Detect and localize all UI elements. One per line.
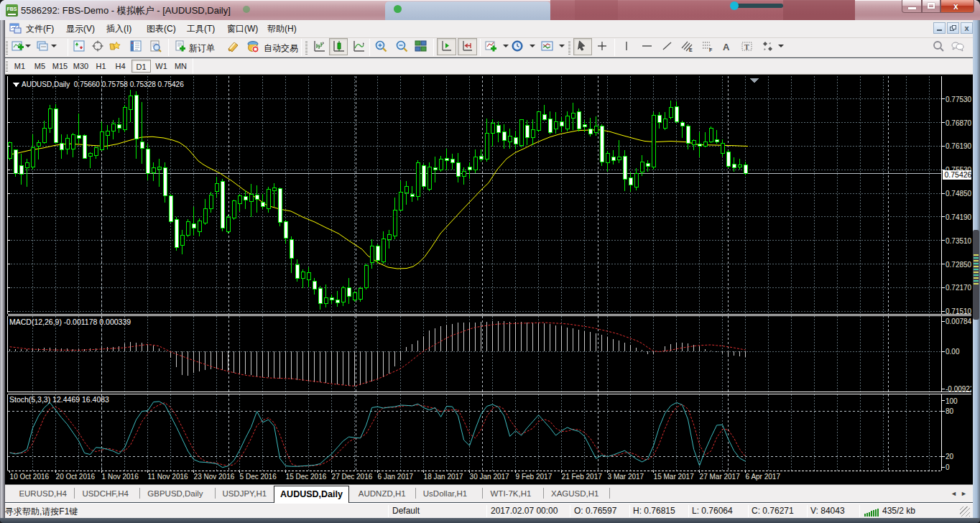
svg-text:0.73510: 0.73510 — [946, 237, 971, 245]
svg-text:10 Oct 2016: 10 Oct 2016 — [10, 473, 50, 481]
svg-text:0.72850: 0.72850 — [946, 261, 971, 269]
svg-text:100: 100 — [946, 397, 958, 405]
svg-text:0.76870: 0.76870 — [946, 119, 971, 127]
svg-text:0.00: 0.00 — [946, 348, 960, 356]
svg-text:F: F — [709, 47, 713, 52]
svg-text:0.72170: 0.72170 — [946, 284, 971, 292]
svg-text:MACD(12,26,9) -0.001178 0.0003: MACD(12,26,9) -0.001178 0.000339 — [9, 318, 131, 326]
svg-text:15 Mar 2017: 15 Mar 2017 — [654, 473, 695, 481]
svg-text:0.007845: 0.007845 — [946, 318, 971, 325]
svg-text:0.74190: 0.74190 — [946, 213, 971, 221]
svg-text:1 Nov 2016: 1 Nov 2016 — [102, 473, 139, 481]
svg-text:6 Apr 2017: 6 Apr 2017 — [746, 473, 781, 481]
svg-text:0.71510: 0.71510 — [946, 307, 971, 315]
svg-text:0.77530: 0.77530 — [946, 96, 971, 103]
svg-text:AUDUSD,Daily 0.75660 0.75758: AUDUSD,Daily 0.75660 0.75758 0.75328 0.7… — [22, 80, 184, 88]
svg-text:27 Dec 2016: 27 Dec 2016 — [332, 473, 373, 481]
svg-text:23 Nov 2016: 23 Nov 2016 — [194, 473, 235, 481]
svg-text:27 Mar 2017: 27 Mar 2017 — [700, 473, 741, 481]
svg-text:0.76190: 0.76190 — [946, 142, 971, 150]
svg-text:3 Mar 2017: 3 Mar 2017 — [608, 473, 644, 481]
svg-text:20 Oct 2016: 20 Oct 2016 — [56, 473, 96, 481]
svg-text:30 Jan 2017: 30 Jan 2017 — [470, 473, 509, 481]
svg-text:6 Jan 2017: 6 Jan 2017 — [378, 473, 414, 481]
svg-text:5 Dec 2016: 5 Dec 2016 — [240, 473, 277, 481]
svg-text:18 Jan 2017: 18 Jan 2017 — [424, 473, 463, 481]
svg-text:15 Dec 2016: 15 Dec 2016 — [286, 473, 327, 481]
svg-text:11 Nov 2016: 11 Nov 2016 — [148, 473, 188, 481]
svg-text:21 Feb 2017: 21 Feb 2017 — [562, 473, 603, 481]
svg-text:-0.00922: -0.00922 — [946, 385, 971, 393]
svg-text:E: E — [689, 47, 693, 52]
svg-text:0: 0 — [946, 463, 950, 471]
svg-text:T: T — [744, 43, 749, 51]
svg-text:Stoch(5,3,3) 12.4469 16.4083: Stoch(5,3,3) 12.4469 16.4083 — [9, 395, 109, 404]
svg-text:9 Feb 2017: 9 Feb 2017 — [516, 473, 553, 481]
svg-text:0.74850: 0.74850 — [946, 190, 971, 198]
svg-text:20: 20 — [946, 453, 954, 460]
svg-text:0.75426: 0.75426 — [945, 170, 972, 179]
svg-text:80: 80 — [946, 407, 954, 415]
